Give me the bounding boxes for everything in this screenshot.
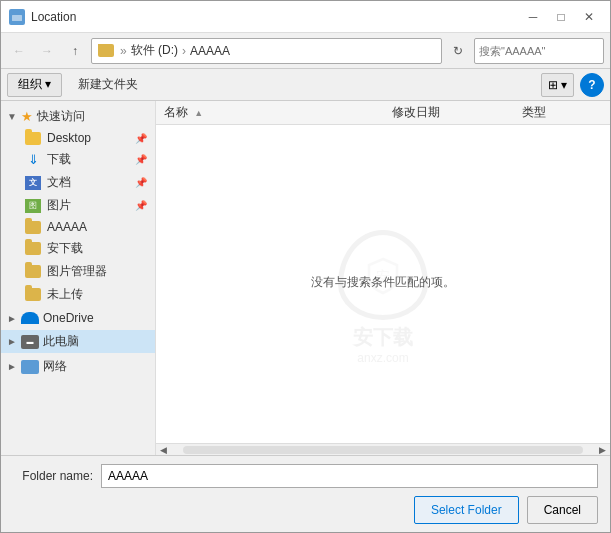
help-button[interactable]: ? — [580, 73, 604, 97]
file-list[interactable]: 安 安下载 anxz.com 没有与搜索条件匹配的项。 — [156, 125, 610, 443]
folder-name-row: Folder name: — [13, 464, 598, 488]
title-bar: Location ─ □ ✕ — [1, 1, 610, 33]
watermark-sub: anxz.com — [357, 351, 408, 365]
download-icon: ⇓ — [25, 152, 41, 168]
scroll-left-arrow[interactable]: ◀ — [160, 445, 167, 455]
pictures-label: 图片 — [47, 197, 71, 214]
watermark: 安 安下载 anxz.com — [338, 230, 428, 365]
documents-label: 文档 — [47, 174, 71, 191]
folder-name-label: Folder name: — [13, 469, 93, 483]
window-title: Location — [31, 10, 520, 24]
col-name-header[interactable]: 名称 ▲ — [164, 104, 392, 121]
downloads-label: 下载 — [47, 151, 71, 168]
main-area: ▼ ★ 快速访问 Desktop 📌 ⇓ 下载 📌 — [1, 101, 610, 455]
aaaaa-folder-icon — [25, 221, 41, 234]
network-header[interactable]: ► 网络 — [1, 355, 155, 378]
search-input[interactable] — [479, 45, 611, 57]
expand-icon: ▼ — [7, 111, 21, 122]
bottom-area: Folder name: Select Folder Cancel — [1, 455, 610, 532]
picmgr-folder-icon — [25, 265, 41, 278]
sidebar-item-aaaaa[interactable]: AAAAA — [1, 217, 155, 237]
folder-name-input[interactable] — [101, 464, 598, 488]
computer-icon: ▬ — [21, 335, 39, 349]
column-headers: 名称 ▲ 修改日期 类型 — [156, 101, 610, 125]
breadcrumb: » 软件 (D:) › AAAAA — [98, 42, 230, 59]
content-area: 名称 ▲ 修改日期 类型 安 安下载 anxz.com — [156, 101, 610, 455]
refresh-button[interactable]: ↻ — [446, 39, 470, 63]
select-folder-button[interactable]: Select Folder — [414, 496, 519, 524]
quick-access-label: 快速访问 — [37, 108, 85, 125]
upload-folder-icon — [25, 288, 41, 301]
button-row: Select Folder Cancel — [13, 496, 598, 524]
anxz-folder-icon — [25, 242, 41, 255]
pin-icon: 📌 — [135, 133, 147, 144]
quick-access-section: ▼ ★ 快速访问 Desktop 📌 ⇓ 下载 📌 — [1, 105, 155, 306]
sidebar: ▼ ★ 快速访问 Desktop 📌 ⇓ 下载 📌 — [1, 101, 156, 455]
pin-icon: 📌 — [135, 200, 147, 211]
col-type-header[interactable]: 类型 — [522, 104, 602, 121]
horizontal-scrollbar[interactable] — [183, 446, 583, 454]
cancel-button[interactable]: Cancel — [527, 496, 598, 524]
computer-header[interactable]: ► ▬ 此电脑 — [1, 330, 155, 353]
picmgr-label: 图片管理器 — [47, 263, 107, 280]
forward-button[interactable]: → — [35, 39, 59, 63]
sidebar-item-pictures[interactable]: 图 图片 📌 — [1, 194, 155, 217]
crumb-sep: » — [120, 44, 127, 58]
upload-label: 未上传 — [47, 286, 83, 303]
up-button[interactable]: ↑ — [63, 39, 87, 63]
scrollbar-area: ◀ ▶ — [156, 443, 610, 455]
window-controls: ─ □ ✕ — [520, 8, 602, 26]
computer-expand-icon: ► — [7, 336, 21, 347]
col-date-header[interactable]: 修改日期 — [392, 104, 522, 121]
pin-icon: 📌 — [135, 177, 147, 188]
sort-icon: ▲ — [194, 108, 203, 118]
sidebar-item-anxz[interactable]: 安下载 — [1, 237, 155, 260]
new-folder-button[interactable]: 新建文件夹 — [68, 73, 148, 97]
network-section: ► 网络 — [1, 355, 155, 378]
pictures-icon: 图 — [25, 199, 41, 213]
svg-rect-1 — [13, 11, 18, 14]
sidebar-item-documents[interactable]: 文 文档 📌 — [1, 171, 155, 194]
maximize-button[interactable]: □ — [548, 8, 574, 26]
sidebar-item-downloads[interactable]: ⇓ 下载 📌 — [1, 148, 155, 171]
sidebar-item-upload[interactable]: 未上传 — [1, 283, 155, 306]
onedrive-expand-icon: ► — [7, 313, 21, 324]
pin-icon: 📌 — [135, 154, 147, 165]
sidebar-item-desktop[interactable]: Desktop 📌 — [1, 128, 155, 148]
quick-access-header[interactable]: ▼ ★ 快速访问 — [1, 105, 155, 128]
search-box[interactable]: 🔍 — [474, 38, 604, 64]
desktop-label: Desktop — [47, 131, 91, 145]
second-toolbar: 组织 ▾ 新建文件夹 ⊞ ▾ ? — [1, 69, 610, 101]
back-button[interactable]: ← — [7, 39, 31, 63]
window-icon — [9, 9, 25, 25]
onedrive-header[interactable]: ► OneDrive — [1, 308, 155, 328]
folder-icon — [98, 44, 114, 57]
network-expand-icon: ► — [7, 361, 21, 372]
crumb-drive: 软件 (D:) — [131, 42, 178, 59]
watermark-text: 安下载 — [353, 324, 413, 351]
nav-toolbar: ← → ↑ » 软件 (D:) › AAAAA ↻ 🔍 — [1, 33, 610, 69]
computer-section: ► ▬ 此电脑 — [1, 330, 155, 353]
network-icon — [21, 360, 39, 374]
view-button[interactable]: ⊞ ▾ — [541, 73, 574, 97]
documents-icon: 文 — [25, 176, 41, 190]
address-bar[interactable]: » 软件 (D:) › AAAAA — [91, 38, 442, 64]
minimize-button[interactable]: ─ — [520, 8, 546, 26]
aaaaa-label: AAAAA — [47, 220, 87, 234]
onedrive-section: ► OneDrive — [1, 308, 155, 328]
scroll-right-arrow[interactable]: ▶ — [599, 445, 606, 455]
onedrive-label: OneDrive — [43, 311, 94, 325]
empty-message: 没有与搜索条件匹配的项。 — [311, 274, 455, 291]
organize-button[interactable]: 组织 ▾ — [7, 73, 62, 97]
onedrive-icon — [21, 312, 39, 324]
desktop-folder-icon — [25, 132, 41, 145]
file-dialog-window: Location ─ □ ✕ ← → ↑ » 软件 (D:) › AAAAA ↻… — [0, 0, 611, 533]
crumb-folder: AAAAA — [190, 44, 230, 58]
sidebar-item-pic-mgr[interactable]: 图片管理器 — [1, 260, 155, 283]
network-label: 网络 — [43, 358, 67, 375]
close-button[interactable]: ✕ — [576, 8, 602, 26]
anxz-label: 安下载 — [47, 240, 83, 257]
star-icon: ★ — [21, 109, 33, 124]
computer-label: 此电脑 — [43, 333, 79, 350]
svg-rect-2 — [12, 15, 22, 21]
